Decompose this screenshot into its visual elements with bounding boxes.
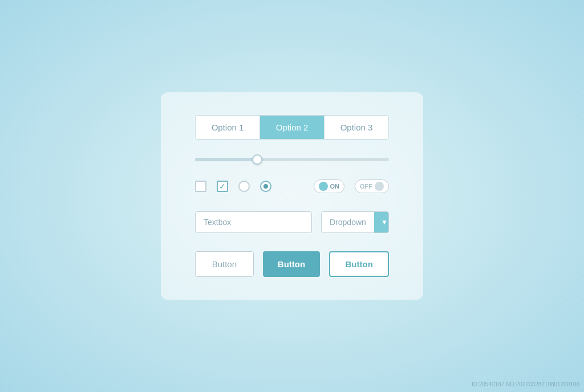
radio-checked[interactable] [260,181,271,192]
checkbox-checked[interactable]: ✓ [217,181,228,192]
dropdown-wrapper: Dropdown Option A Option B ▼ [321,211,389,233]
seg-option-3[interactable]: Option 3 [325,116,388,139]
toggle-off[interactable]: OFF [355,179,389,193]
seg-option-2[interactable]: Option 2 [260,116,325,139]
seg-option-1[interactable]: Option 1 [196,116,260,139]
slider-track[interactable] [195,158,389,161]
toggle-off-circle [375,182,384,191]
dropdown-arrow-btn[interactable]: ▼ [374,212,389,232]
ui-panel: Option 1 Option 2 Option 3 ✓ ON OFF [161,92,423,300]
toggle-on[interactable]: ON [314,179,345,193]
inputs-row: Dropdown Option A Option B ▼ [195,211,389,233]
toggle-on-label: ON [330,183,340,190]
radio-unchecked[interactable] [238,181,250,192]
dropdown-select[interactable]: Dropdown Option A Option B [322,212,374,232]
checkbox-unchecked[interactable] [195,181,206,192]
button-outline-teal[interactable]: Button [329,251,389,277]
toggle-on-circle [319,182,328,191]
slider-fill [195,158,257,161]
watermark: ID:20540187 NO:20220328210801200106 [472,381,579,387]
toggle-off-label: OFF [360,183,372,190]
controls-row: ✓ ON OFF [195,179,389,193]
segmented-control: Option 1 Option 2 Option 3 [195,115,389,140]
slider-row [195,158,389,161]
textbox-input[interactable] [195,211,312,233]
button-outline[interactable]: Button [195,251,254,277]
button-solid[interactable]: Button [263,251,321,277]
buttons-row: Button Button Button [195,251,389,277]
slider-thumb[interactable] [252,154,262,165]
radio-inner [263,184,268,189]
